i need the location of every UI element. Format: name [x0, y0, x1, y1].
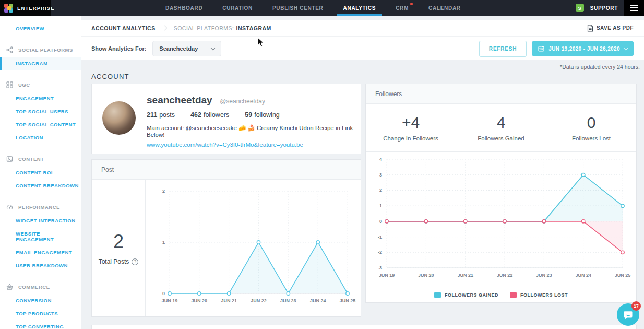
svg-text:0: 0	[379, 219, 382, 224]
divider	[0, 39, 81, 39]
post-card-header: Post	[92, 160, 361, 180]
support-link[interactable]: SUPPORT	[590, 5, 618, 11]
legend-swatch-gained	[434, 292, 441, 298]
svg-text:JUN 19: JUN 19	[162, 298, 178, 303]
date-range-button[interactable]: JUN 19,2020 - JUN 26,2020	[532, 41, 634, 56]
followers-stats-row: +4 Change In Followers 4 Followers Gaine…	[366, 104, 636, 152]
account-bio-link[interactable]: www.youtube.com/watch?v=Cy3I0-tfrMo&feat…	[147, 142, 353, 148]
posts-count: 211posts	[147, 111, 175, 119]
basket-icon	[6, 284, 13, 290]
account-stats: 211posts 462followers 59following	[147, 111, 353, 119]
enterprise-logo-icon	[4, 4, 13, 13]
legend-followers-gained: FOLLOWERS GAINED	[434, 292, 498, 298]
sidebar-item-engagement[interactable]: ENGAGEMENT	[0, 92, 81, 105]
document-icon	[587, 25, 593, 32]
avatar	[102, 101, 136, 135]
sidebar-item-instagram[interactable]: INSTAGRAM	[0, 57, 81, 70]
svg-text:JUN 20: JUN 20	[418, 273, 434, 278]
chat-bubble-button[interactable]: 17	[617, 303, 639, 326]
svg-text:JUN 21: JUN 21	[221, 298, 237, 303]
chevron-down-icon	[211, 45, 215, 50]
brand-name: ENTERPRISE	[17, 5, 55, 11]
svg-text:2: 2	[379, 187, 382, 193]
image-icon	[6, 156, 13, 162]
chart-legend: FOLLOWERS GAINED FOLLOWERS LOST	[366, 287, 636, 303]
sidebar-section-social-platforms: SOCIAL PLATFORMS	[0, 43, 81, 57]
account-selected-value: Seancheetday	[159, 45, 198, 52]
notification-dot	[410, 3, 413, 5]
sidebar-item-top-products[interactable]: TOP PRODUCTS	[0, 307, 81, 320]
post-card: Post 2 Total Posts ? 012JUN 19JUN 20JUN …	[91, 159, 361, 317]
sidebar-section-ugc: UGC	[0, 78, 81, 92]
followers-count: 462followers	[190, 111, 229, 119]
svg-text:3: 3	[379, 172, 382, 178]
svg-text:2: 2	[162, 189, 165, 194]
sidebar-item-overview[interactable]: OVERVIEW	[0, 22, 81, 35]
user-avatar-badge[interactable]: S	[576, 4, 584, 12]
sidebar-item-top-social-content[interactable]: TOP SOCIAL CONTENT	[0, 118, 81, 131]
main-content: ACCOUNT ANALYTICS SOCIAL PLATFORMS: INST…	[81, 16, 644, 329]
grid-icon	[6, 81, 13, 88]
sidebar-item-email-engagement[interactable]: EMAIL ENGAGEMENT	[0, 246, 81, 259]
svg-text:-2: -2	[378, 250, 382, 255]
legend-followers-lost: FOLLOWERS LOST	[510, 292, 568, 298]
total-posts-value: 2	[113, 231, 124, 253]
svg-text:1: 1	[379, 203, 382, 208]
refresh-button[interactable]: REFRESH	[479, 41, 527, 57]
next-section-peek	[91, 325, 637, 329]
divider	[0, 196, 81, 196]
svg-text:JUN 23: JUN 23	[280, 298, 296, 303]
breadcrumb: ACCOUNT ANALYTICS SOCIAL PLATFORMS: INST…	[81, 20, 644, 37]
chevron-right-icon	[162, 26, 167, 31]
nav-item-analytics[interactable]: ANALYTICS	[341, 0, 378, 16]
svg-text:-1: -1	[378, 234, 382, 240]
nav-item-publish-center[interactable]: PUBLISH CENTER	[270, 0, 326, 16]
account-card: seancheetday @seancheetday 211posts 462f…	[91, 84, 361, 154]
posts-chart: 012JUN 19JUN 20JUN 21JUN 22JUN 23JUN 24J…	[146, 180, 360, 316]
sidebar-section-commerce: COMMERCE	[0, 280, 81, 294]
sidebar-section-performance: PERFORMANCE	[0, 200, 81, 214]
page-title: ACCOUNT	[91, 73, 129, 80]
breadcrumb-section-prefix: SOCIAL PLATFORMS:	[174, 25, 234, 31]
breadcrumb-current: INSTAGRAM	[236, 25, 271, 31]
chat-icon	[623, 310, 634, 320]
top-nav: ENTERPRISE DASHBOARD CURATION PUBLISH CE…	[0, 0, 644, 16]
nav-item-dashboard[interactable]: DASHBOARD	[163, 0, 205, 16]
sidebar-item-content-breakdown[interactable]: CONTENT BREAKDOWN	[0, 179, 81, 192]
sidebar-item-location[interactable]: LOCATION	[0, 131, 81, 144]
svg-text:JUN 22: JUN 22	[497, 273, 513, 278]
calendar-icon	[538, 45, 544, 52]
following-count: 59following	[245, 111, 280, 119]
sidebar-item-website-engagement[interactable]: WEBSITE ENGAGEMENT	[0, 227, 81, 246]
sidebar-item-conversion[interactable]: CONVERSION	[0, 294, 81, 307]
svg-text:JUN 24: JUN 24	[310, 298, 326, 303]
share-icon	[6, 46, 13, 53]
save-as-pdf-button[interactable]: SAVE AS PDF	[587, 25, 634, 32]
sidebar-item-top-social-users[interactable]: TOP SOCIAL USERS	[0, 105, 81, 118]
nav-right: S SUPPORT	[576, 0, 644, 16]
followers-card-header: Followers	[366, 84, 636, 104]
hamburger-menu-icon[interactable]	[624, 0, 644, 16]
svg-text:JUN 20: JUN 20	[192, 298, 208, 303]
divider	[0, 276, 81, 276]
sidebar-item-user-breakdown[interactable]: USER BREAKDOWN	[0, 259, 81, 272]
brand[interactable]: ENTERPRISE	[0, 0, 51, 16]
svg-text:1: 1	[162, 240, 165, 245]
nav-item-calendar[interactable]: CALENDAR	[426, 0, 463, 16]
account-bio: Main account: @seancheesecake 🧀 🍰 Creamy…	[147, 124, 353, 138]
sidebar-item-widget-interaction[interactable]: WIDGET INTERACTION	[0, 214, 81, 227]
nav-item-crm[interactable]: CRM	[393, 0, 411, 16]
svg-text:4: 4	[379, 157, 382, 162]
sidebar-item-top-converting-content[interactable]: TOP CONVERTING CONTENT	[0, 320, 81, 329]
stat-change-in-followers: +4 Change In Followers	[366, 104, 456, 151]
help-icon[interactable]: ?	[132, 258, 138, 265]
svg-text:JUN 22: JUN 22	[251, 298, 267, 303]
followers-card: Followers +4 Change In Followers 4 Follo…	[365, 84, 637, 303]
divider	[0, 74, 81, 74]
nav-item-curation[interactable]: CURATION	[220, 0, 255, 16]
breadcrumb-account-analytics[interactable]: ACCOUNT ANALYTICS	[91, 25, 156, 31]
followers-chart: -3-2-101234JUN 19JUN 20JUN 21JUN 22JUN 2…	[366, 152, 636, 285]
account-select-dropdown[interactable]: Seancheetday	[152, 41, 221, 56]
gauge-icon	[6, 204, 13, 210]
sidebar-item-content-roi[interactable]: CONTENT ROI	[0, 166, 81, 179]
